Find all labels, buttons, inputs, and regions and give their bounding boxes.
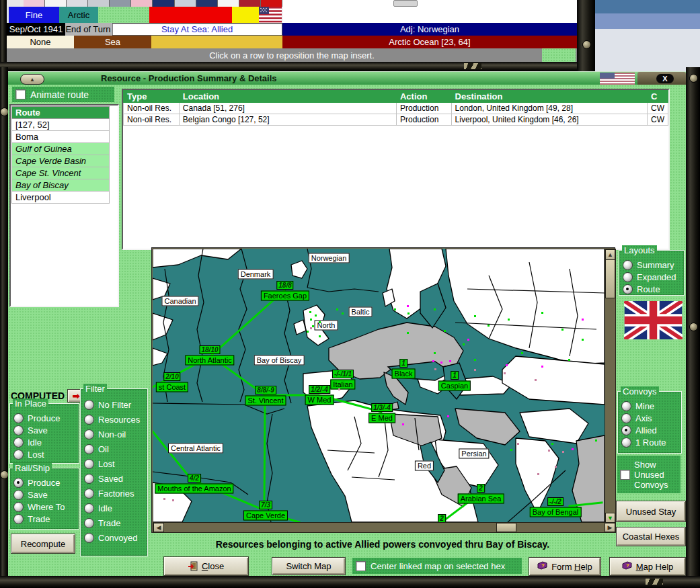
- route-list-item[interactable]: Bay of Biscay: [11, 179, 110, 192]
- radio-option-expanded[interactable]: Expanded: [623, 271, 682, 283]
- route-list[interactable]: Route[127, 52]BomaGulf of GuineaCape Ver…: [11, 106, 110, 204]
- date-cell[interactable]: Sep/Oct 1941: [7, 23, 65, 36]
- stay-at-sea-field[interactable]: Stay At Sea: Allied: [112, 23, 282, 36]
- radio-icon[interactable]: [84, 489, 94, 499]
- column-header[interactable]: Type: [124, 91, 180, 103]
- radio-option-save[interactable]: Save: [13, 489, 77, 501]
- radio-option-where-to[interactable]: Where To: [13, 501, 77, 513]
- radio-option-resources[interactable]: Resources: [84, 412, 145, 427]
- map-image[interactable]: [153, 249, 605, 522]
- column-header[interactable]: Location: [179, 91, 396, 103]
- route-list-item[interactable]: Boma: [11, 131, 110, 143]
- radio-option-saved[interactable]: Saved: [84, 471, 145, 486]
- radio-icon[interactable]: [13, 490, 24, 500]
- none-cell[interactable]: None: [7, 36, 74, 48]
- show-unused-checkbox[interactable]: [620, 470, 630, 480]
- radio-icon[interactable]: [13, 437, 24, 448]
- route-list-item[interactable]: Liverpool: [11, 192, 110, 204]
- radio-option-save[interactable]: Save: [13, 424, 77, 436]
- route-list-item[interactable]: [127, 52]: [11, 119, 110, 131]
- map-horizontal-scrollbar[interactable]: ◀ ▶: [153, 522, 616, 533]
- column-header[interactable]: Action: [396, 91, 451, 103]
- route-list-item[interactable]: Gulf of Guinea: [11, 143, 110, 155]
- production-table[interactable]: TypeLocationActionDestinationC Non-oil R…: [123, 90, 668, 126]
- weather-fine-cell[interactable]: Fine: [9, 7, 59, 23]
- radio-option-convoyed[interactable]: Convoyed: [84, 530, 145, 545]
- radio-icon[interactable]: [621, 437, 631, 448]
- radio-option-mine[interactable]: Mine: [621, 400, 679, 412]
- radio-icon[interactable]: [84, 503, 94, 513]
- radio-option-lost[interactable]: Lost: [13, 448, 77, 460]
- radio-icon[interactable]: [84, 474, 94, 484]
- unused-stay-button[interactable]: Unused Stay: [616, 501, 686, 522]
- center-linked-checkbox[interactable]: [356, 561, 366, 571]
- radio-option-idle[interactable]: Idle: [13, 436, 77, 448]
- radio-icon[interactable]: [13, 413, 24, 423]
- center-linked-panel[interactable]: Center linked map on selected hex: [352, 558, 522, 574]
- radio-icon[interactable]: [84, 429, 94, 439]
- radio-option-non-oil[interactable]: Non-oil: [84, 427, 145, 442]
- radio-icon[interactable]: [13, 450, 24, 460]
- phase-cell[interactable]: End of Turn: [65, 23, 111, 36]
- sea-cell[interactable]: Sea: [74, 36, 151, 48]
- radio-option-no-filter[interactable]: No Filter: [84, 397, 145, 412]
- radio-option-trade[interactable]: Trade: [84, 515, 145, 530]
- map-viewport[interactable]: NorwegianDenmarkCanadianFaeroes Gap18/8B…: [153, 249, 605, 522]
- radio-option-trade[interactable]: Trade: [13, 513, 77, 525]
- radio-option-idle[interactable]: Idle: [84, 501, 145, 515]
- radio-icon[interactable]: [13, 478, 24, 488]
- radio-icon[interactable]: [621, 413, 631, 423]
- mini-button[interactable]: [393, 0, 418, 7]
- radio-option-lost[interactable]: Lost: [84, 456, 145, 471]
- radio-icon[interactable]: [623, 272, 633, 282]
- column-header[interactable]: C: [647, 91, 668, 103]
- radio-icon[interactable]: [84, 533, 94, 543]
- animate-route-checkbox[interactable]: [15, 89, 26, 99]
- route-list-item[interactable]: Cape St. Vincent: [11, 167, 110, 179]
- show-unused-panel[interactable]: ShowUnusedConvoys: [617, 456, 680, 493]
- radio-option-summary[interactable]: Summary: [623, 259, 682, 271]
- map-help-button[interactable]: ?Map Help: [609, 557, 686, 576]
- terrain-cell[interactable]: [98, 7, 149, 23]
- radio-option-oil[interactable]: Oil: [84, 442, 145, 456]
- table-header-row[interactable]: TypeLocationActionDestinationC: [124, 91, 668, 103]
- radio-icon[interactable]: [621, 425, 631, 435]
- form-help-button[interactable]: ?Form Help: [529, 557, 601, 576]
- table-row[interactable]: Non-oil Res.Belgian Congo [127, 52]Produ…: [124, 114, 668, 126]
- radio-option-axis[interactable]: Axis: [621, 412, 679, 424]
- column-header[interactable]: Destination: [451, 91, 647, 103]
- animate-route-panel[interactable]: Animate route: [12, 87, 114, 102]
- yellow-cell[interactable]: [232, 7, 259, 23]
- radio-option-allied[interactable]: Allied: [621, 424, 679, 436]
- radio-option-route[interactable]: Route: [623, 283, 682, 295]
- vertical-scroll-thumb[interactable]: [605, 259, 615, 298]
- gold-cell[interactable]: [151, 36, 282, 48]
- coastal-hexes-button[interactable]: Coastal Hexes: [616, 527, 686, 546]
- radio-icon[interactable]: [623, 260, 633, 270]
- map-vertical-scrollbar[interactable]: ▲ ▼: [605, 249, 616, 523]
- scroll-left-button[interactable]: ◀: [153, 523, 164, 532]
- radio-icon[interactable]: [13, 502, 24, 512]
- radio-option-1-route[interactable]: 1 Route: [621, 436, 679, 448]
- horizontal-scroll-thumb[interactable]: [496, 523, 516, 532]
- switch-map-button[interactable]: Switch Map: [272, 557, 346, 575]
- table-row[interactable]: Non-oil Res.Canada [51, 276]ProductionLo…: [124, 103, 668, 114]
- sea-area-cell[interactable]: Arctic Ocean [23, 64]: [282, 36, 577, 48]
- radio-icon[interactable]: [84, 400, 94, 410]
- radio-icon[interactable]: [623, 284, 633, 294]
- close-window-button[interactable]: Close: [163, 556, 249, 576]
- radio-icon[interactable]: [84, 459, 94, 469]
- radio-icon[interactable]: [621, 401, 631, 411]
- radio-icon[interactable]: [84, 518, 94, 528]
- radio-icon[interactable]: [13, 514, 24, 524]
- route-list-item[interactable]: Cape Verde Basin: [11, 155, 110, 167]
- radio-option-produce[interactable]: Produce: [13, 476, 77, 489]
- radio-icon[interactable]: [84, 415, 94, 425]
- close-button[interactable]: X: [656, 74, 674, 83]
- scroll-up-button[interactable]: ▲: [605, 249, 615, 260]
- weather-zone-cell[interactable]: Arctic: [59, 7, 98, 23]
- system-menu-button[interactable]: ▲: [20, 74, 44, 85]
- radio-icon[interactable]: [13, 425, 24, 435]
- radio-option-factories[interactable]: Factories: [84, 486, 145, 501]
- recompute-button[interactable]: Recompute: [11, 534, 75, 554]
